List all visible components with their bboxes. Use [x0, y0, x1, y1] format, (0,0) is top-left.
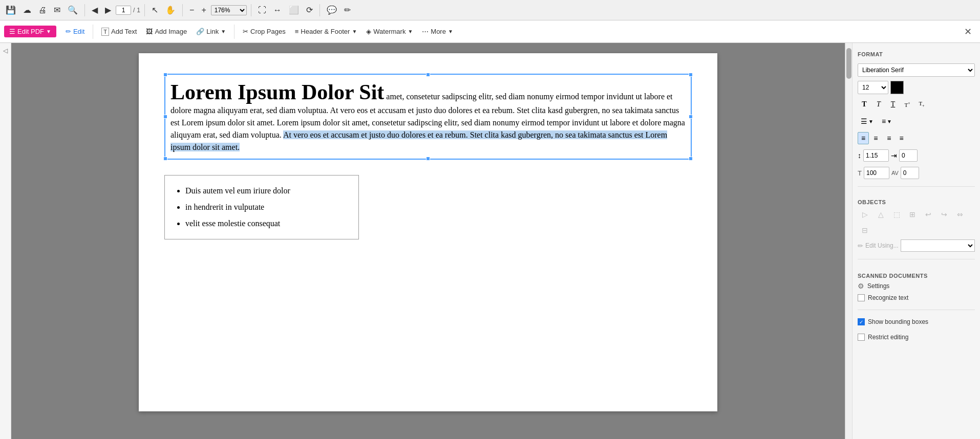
scrollbar-thumb[interactable] [846, 48, 851, 79]
handle-top-left[interactable] [163, 73, 167, 77]
text-style-row: T T T T+ T+ [858, 98, 975, 111]
settings-item[interactable]: ⚙ Settings [858, 281, 975, 291]
font-color-picker[interactable] [890, 81, 904, 94]
rotate-button[interactable]: ⟳ [304, 4, 315, 16]
add-text-button[interactable]: T Add Text [97, 26, 141, 38]
char-spacing-input[interactable] [901, 167, 919, 179]
font-size-select[interactable]: 891011121416182436 [858, 81, 888, 94]
zoom-select[interactable]: 50%75%100%125%150%176%200%300% [211, 5, 247, 15]
panel-collapse-icon[interactable]: ◁ [3, 47, 8, 54]
unordered-list-button[interactable]: ☰ ▼ [858, 115, 877, 128]
recognize-text-item[interactable]: Recognize text [858, 293, 975, 302]
scanned-section-title: SCANNED DOCUMENTS [858, 273, 975, 279]
italic-button[interactable]: T [872, 98, 885, 111]
align-left-button[interactable]: ≡ [858, 132, 869, 144]
group-button[interactable]: ⊞ [905, 207, 920, 222]
font-family-select[interactable]: Liberation Serif Arial Times New Roman [858, 63, 975, 77]
page-number-input[interactable]: 1 [116, 6, 131, 15]
handle-bottom-center[interactable] [426, 157, 430, 161]
separator [84, 4, 85, 16]
search-button[interactable]: 🔍 [65, 4, 80, 16]
ordered-list-icon: ≡ [882, 117, 886, 125]
align-right-button[interactable]: ≡ [883, 132, 894, 144]
triangle-button[interactable]: △ [874, 207, 888, 222]
comment-button[interactable]: 💬 [324, 4, 339, 16]
zoom-out-button[interactable]: − [187, 4, 197, 16]
zoom-in-button[interactable]: + [199, 4, 208, 16]
actual-size-button[interactable]: ⬜ [286, 4, 302, 16]
underline-button[interactable]: T [886, 98, 900, 111]
redo-obj-button[interactable]: ↪ [937, 207, 951, 222]
ordered-list-dropdown-icon[interactable]: ▼ [887, 119, 892, 124]
alignment-row: ≡ ≡ ≡ ≡ [858, 132, 975, 144]
crop-pages-button[interactable]: ✂ Crop Pages [239, 26, 290, 37]
ordered-list-button[interactable]: ≡ ▼ [879, 115, 895, 128]
edit-icon: ✏ [66, 28, 71, 35]
recognize-text-checkbox[interactable] [858, 294, 865, 301]
prev-page-button[interactable]: ◀ [89, 4, 100, 16]
restrict-editing-item[interactable]: Restrict editing [858, 333, 975, 342]
pdf-page: Lorem Ipsum Dolor Sit amet, consetetur s… [139, 53, 717, 411]
format-section-title: FORMAT [858, 51, 975, 57]
more-button[interactable]: ⋯ More ▼ [418, 26, 457, 37]
link-button[interactable]: 🔗 Link ▼ [192, 26, 230, 37]
resize-button[interactable]: ⬚ [889, 207, 904, 222]
justify-button[interactable]: ≡ [896, 132, 907, 144]
line-spacing-input[interactable] [863, 149, 889, 162]
edit-button[interactable]: ✏ Edit [61, 26, 89, 37]
mail-button[interactable]: ✉ [51, 4, 63, 16]
pdf-area: Lorem Ipsum Dolor Sit amet, consetetur s… [11, 43, 845, 439]
watermark-button[interactable]: ◈ Watermark ▼ [362, 26, 417, 37]
undo-obj-button[interactable]: ↩ [921, 207, 935, 222]
flip-button[interactable]: ⇔ [953, 207, 967, 222]
hand-tool-button[interactable]: ✋ [163, 4, 178, 16]
handle-bottom-left[interactable] [163, 157, 167, 161]
add-image-button[interactable]: 🖼 Add Image [142, 26, 191, 37]
subscript-button[interactable]: T+ [915, 98, 928, 111]
vertical-scrollbar[interactable] [845, 43, 852, 439]
handle-bottom-right[interactable] [689, 157, 693, 161]
image-icon: 🖼 [146, 28, 153, 35]
text-icon: T [101, 28, 109, 36]
edit-pdf-button[interactable]: ☰ Edit PDF ▼ [4, 26, 56, 37]
cursor-tool-button[interactable]: ↖ [149, 4, 161, 16]
handle-top-right[interactable] [689, 73, 693, 77]
fit-page-button[interactable]: ⛶ [255, 4, 269, 16]
align-center-button[interactable]: ≡ [870, 132, 882, 144]
char-scale-input[interactable] [864, 167, 889, 179]
show-bounding-boxes-checkbox[interactable]: ✓ [858, 318, 865, 325]
superscript-button[interactable]: T+ [901, 98, 914, 111]
close-button[interactable]: ✕ [960, 24, 976, 39]
bring-forward-button[interactable]: ▷ [858, 207, 872, 222]
handle-top-center[interactable] [426, 73, 430, 77]
scanned-documents-section: SCANNED DOCUMENTS ⚙ Settings Recognize t… [858, 270, 975, 302]
pen-button[interactable]: ✏ [342, 4, 353, 16]
bullet-list: Duis autem vel eum iriure dolor in hendr… [175, 183, 348, 232]
link-chevron-icon: ▼ [221, 29, 226, 34]
fit-width-button[interactable]: ↔ [271, 4, 284, 16]
main-area: ◁ Lorem Ipsum Dolor Sit amet, consetetur… [0, 43, 980, 439]
print-button[interactable]: 🖨 [36, 4, 49, 16]
restrict-editing-label: Restrict editing [868, 334, 908, 341]
handle-mid-right[interactable] [689, 115, 693, 119]
objects-section: OBJECTS ▷ △ ⬚ ⊞ ↩ ↪ ⇔ ⊟ ✏ Edit Using... [858, 196, 975, 252]
indent-input[interactable] [899, 149, 918, 162]
header-footer-button[interactable]: ≡ Header & Footer ▼ [291, 26, 361, 37]
restrict-editing-checkbox[interactable] [858, 334, 865, 341]
bold-button[interactable]: T [858, 98, 871, 111]
handle-mid-left[interactable] [163, 115, 167, 119]
next-page-button[interactable]: ▶ [102, 4, 114, 16]
text-box-selected[interactable]: Lorem Ipsum Dolor Sit amet, consetetur s… [164, 74, 692, 160]
ungroup-button[interactable]: ⊟ [858, 223, 872, 237]
separator [234, 25, 235, 39]
indent-icon: ⇥ [891, 151, 897, 160]
char-scale-icon: T [858, 169, 862, 177]
save-button[interactable]: 💾 [3, 4, 18, 16]
objects-section-title: OBJECTS [858, 199, 975, 205]
edit-using-select[interactable] [901, 239, 975, 252]
unordered-list-dropdown-icon[interactable]: ▼ [868, 119, 874, 124]
divider-1 [858, 186, 975, 187]
edit-using-label: Edit Using... [865, 242, 899, 249]
show-bounding-boxes-item[interactable]: ✓ Show bounding boxes [858, 317, 975, 326]
upload-button[interactable]: ☁ [20, 4, 34, 16]
